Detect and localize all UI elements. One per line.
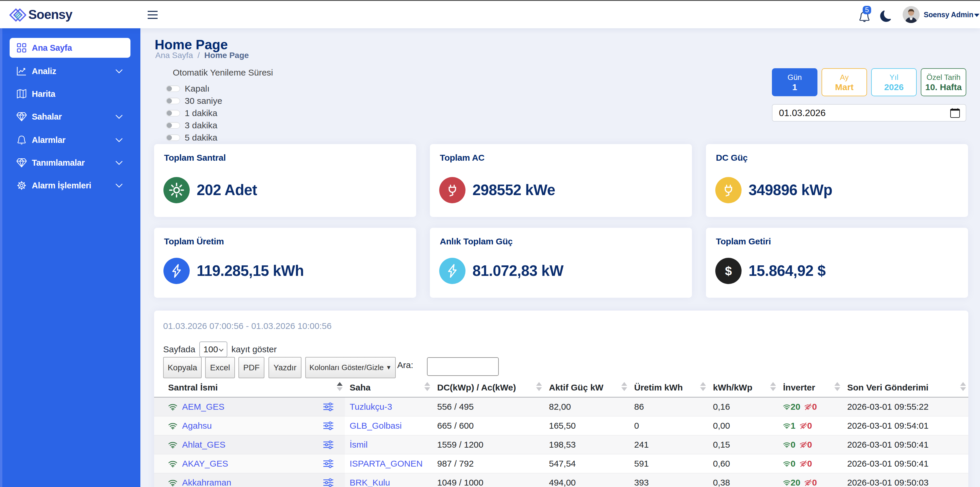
svg-text:$: $	[725, 264, 732, 278]
